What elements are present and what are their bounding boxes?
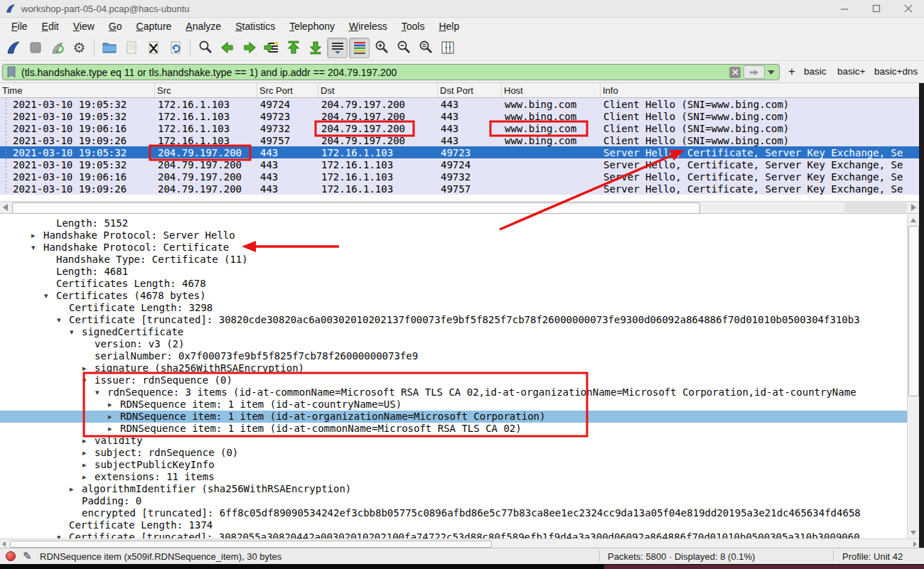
expander-icon[interactable]: ▾ [57,314,69,326]
tree-line[interactable]: ▸subjectPublicKeyInfo [0,459,907,471]
expander-icon[interactable] [44,278,56,290]
save-file-button[interactable] [121,38,141,58]
colorize-button[interactable] [349,38,370,58]
stop-capture-button[interactable] [25,38,45,58]
tree-line[interactable]: ▸signature (sha256WithRSAEncryption) [0,362,907,374]
menu-wireless[interactable]: Wireless [342,19,394,34]
go-first-button[interactable] [283,38,303,58]
expander-icon[interactable] [44,254,56,266]
expander-icon[interactable]: ▸ [82,362,95,374]
close-file-button[interactable] [143,38,163,58]
scroll-right-icon[interactable] [913,541,917,547]
tree-line[interactable]: Certificate Length: 3298 [0,302,907,314]
expander-icon[interactable] [82,338,95,350]
expander-icon[interactable]: ▸ [82,459,95,471]
tree-line[interactable]: ▾Certificate [truncated]: 3082055a308204… [0,531,907,538]
tree-line[interactable]: Certificate Length: 1374 [0,519,907,531]
tree-line[interactable]: Length: 5152 [0,217,907,229]
tree-line-certificate[interactable]: ▾Handshake Protocol: Certificate [0,242,907,254]
auto-scroll-button[interactable] [327,38,348,58]
expert-info-icon[interactable] [6,551,16,561]
packet-row[interactable]: 2021-03-10 19:09:26204.79.197.200443172.… [0,183,919,195]
capture-comment-icon[interactable]: ✎ [23,550,32,563]
detail-vscrollbar[interactable] [907,215,919,538]
tree-line[interactable]: ▸algorithmIdentifier (sha256WithRSAEncry… [0,483,907,495]
menu-analyze[interactable]: Analyze [178,19,228,34]
reload-file-button[interactable] [165,38,186,58]
expander-icon[interactable]: ▾ [82,374,95,386]
expander-icon[interactable]: ▸ [108,399,120,411]
packet-list-hscrollbar[interactable] [0,201,919,214]
expander-icon[interactable]: ▸ [82,471,95,483]
close-button[interactable] [892,0,924,17]
tree-line[interactable]: Certificates Length: 4678 [0,278,907,290]
tree-line[interactable]: ▸extensions: 11 items [0,471,907,483]
maximize-button[interactable] [860,0,892,17]
go-forward-button[interactable] [239,38,259,58]
column-header-time[interactable]: Time [0,83,155,97]
expander-icon[interactable]: ▾ [70,326,82,338]
menu-statistics[interactable]: Statistics [228,19,282,34]
menu-capture[interactable]: Capture [129,19,179,34]
menu-file[interactable]: File [4,19,35,34]
expander-icon[interactable]: ▾ [95,386,107,399]
menu-telephony[interactable]: Telephony [282,19,342,34]
packet-row[interactable]: 2021-03-10 19:05:32172.16.1.10349723204.… [0,110,919,122]
filter-clear-button[interactable] [729,67,741,78]
find-packet-button[interactable] [195,38,215,58]
expander-icon[interactable]: ▸ [82,435,95,447]
filter-preset-basic-dns[interactable]: basic+dns [874,66,918,77]
packet-row-selected[interactable]: 2021-03-10 19:05:32204.79.197.200443172.… [0,146,919,158]
scroll-up-icon[interactable] [910,218,916,222]
column-header-info[interactable]: Info [601,83,919,97]
minimize-button[interactable] [828,0,860,17]
tree-line[interactable]: ▸Handshake Protocol: Server Hello [0,229,907,242]
tree-line-issuer[interactable]: ▾issuer: rdnSequence (0) [0,374,907,386]
menu-help[interactable]: Help [431,19,466,34]
column-header-src-port[interactable]: Src Port [257,83,318,97]
go-to-packet-button[interactable] [261,38,281,58]
start-capture-button[interactable] [3,38,23,58]
bookmark-icon[interactable] [6,66,16,79]
hscrollbar-thumb[interactable] [12,202,700,214]
expander-icon[interactable] [82,350,95,362]
menu-tools[interactable]: Tools [394,19,432,34]
zoom-100-button[interactable] [415,38,436,58]
resize-columns-button[interactable] [437,38,458,58]
column-header-dst[interactable]: Dst [318,83,438,97]
column-header-dst-port[interactable]: Dst Port [438,83,502,97]
packet-row[interactable]: 2021-03-10 19:09:26172.16.1.10349757204.… [0,134,919,146]
menu-go[interactable]: Go [102,19,129,34]
column-header-src[interactable]: Src [155,83,257,97]
expander-icon[interactable]: ▾ [57,531,69,538]
restart-capture-button[interactable] [47,38,68,58]
tree-line[interactable]: ▸RDNSequence item: 1 item (id-at-country… [0,399,907,411]
expander-icon[interactable]: ▸ [82,447,95,459]
tree-line[interactable]: serialNumber: 0x7f00073fe9bf5f825f7cb78f… [0,350,907,362]
zoom-out-button[interactable] [393,38,414,58]
go-last-button[interactable] [305,38,326,58]
expander-icon[interactable]: ▸ [31,229,43,242]
tree-line[interactable]: ▾Certificate [truncated]: 30820cde30820a… [0,314,907,326]
status-profile[interactable]: Profile: Unit 42 [842,551,903,562]
menu-edit[interactable]: Edit [35,19,66,34]
packet-row[interactable]: 2021-03-10 19:06:16204.79.197.200443172.… [0,170,919,183]
scroll-right-icon[interactable] [911,204,916,211]
capture-options-button[interactable]: ⚙ [69,38,90,58]
filter-preset-basic[interactable]: basic [804,66,827,77]
expander-icon[interactable] [70,507,82,519]
tree-line[interactable]: ▾Certificates (4678 bytes) [0,290,907,302]
tree-line[interactable]: Handshake Type: Certificate (11) [0,254,907,266]
menu-view[interactable]: View [66,19,102,34]
vscrollbar-thumb[interactable] [908,226,919,396]
expander-icon[interactable]: ▸ [108,411,120,423]
expander-icon[interactable] [44,217,56,229]
tree-line[interactable]: ▾rdnSequence: 3 items (id-at-commonName=… [0,386,907,399]
expander-icon[interactable] [57,519,69,531]
tree-line[interactable]: Length: 4681 [0,266,907,278]
expander-icon[interactable] [70,495,82,507]
tree-line[interactable]: ▸validity [0,435,907,447]
filter-add-button[interactable]: + [785,65,799,79]
expander-icon[interactable]: ▸ [70,483,82,495]
packet-row[interactable]: 2021-03-10 19:06:16172.16.1.10349732204.… [0,122,919,134]
